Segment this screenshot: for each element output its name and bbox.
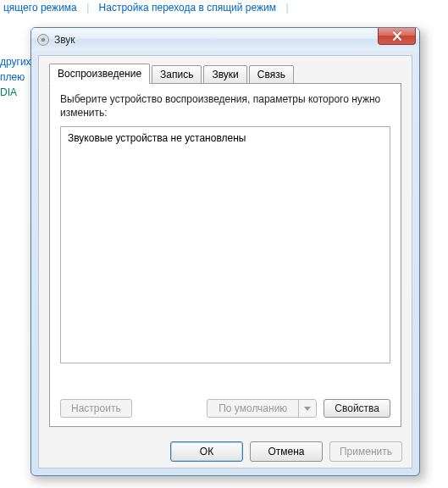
button-label: ОК [200, 446, 213, 458]
button-label: Применить [340, 446, 392, 458]
button-label: Настроить [71, 402, 121, 414]
tab-playback[interactable]: Воспроизведение [49, 64, 150, 84]
device-list[interactable]: Звуковые устройства не установлены [60, 126, 390, 363]
svg-point-1 [41, 38, 46, 42]
tab-panel-playback: Выберите устройство воспроизведения, пар… [49, 83, 401, 427]
background-green-text: DIA [0, 86, 17, 98]
ok-button[interactable]: ОК [170, 441, 243, 462]
tab-label: Звуки [212, 69, 238, 80]
tab-label: Связь [257, 69, 285, 80]
dialog-title: Звук [54, 34, 75, 46]
close-button[interactable] [378, 28, 416, 45]
set-default-split-button: По умолчанию [207, 399, 317, 418]
dialog-button-row: ОК Отмена Применить [170, 441, 402, 462]
tab-label: Запись [160, 69, 193, 80]
titlebar[interactable]: Звук [31, 28, 419, 52]
background-link-row: цящего режима | Настройка перехода в спя… [3, 2, 296, 14]
tab-sounds[interactable]: Звуки [203, 65, 246, 84]
cancel-button[interactable]: Отмена [250, 441, 323, 462]
background-left-links: других плею [0, 54, 31, 85]
tab-communications[interactable]: Связь [249, 65, 294, 84]
tab-strip: Воспроизведение Запись Звуки Связь [49, 65, 401, 84]
properties-button[interactable]: Свойства [324, 399, 390, 418]
configure-button: Настроить [60, 399, 132, 418]
bg-left-2[interactable]: плею [0, 69, 31, 85]
tab-recording[interactable]: Запись [152, 65, 202, 84]
sound-dialog: Звук Воспроизведение Запись Звуки Связь … [30, 27, 420, 476]
device-list-empty-message: Звуковые устройства не установлены [68, 132, 246, 144]
button-label: Свойства [335, 402, 379, 414]
button-label: По умолчанию [207, 400, 299, 417]
instruction-text: Выберите устройство воспроизведения, пар… [60, 92, 390, 119]
sound-icon [36, 33, 50, 47]
separator: | [86, 2, 89, 14]
panel-button-row: Настроить По умолчанию Свойства [60, 399, 390, 418]
button-label: Отмена [268, 446, 304, 458]
bg-link-1[interactable]: цящего режима [3, 2, 77, 14]
tab-label: Воспроизведение [58, 68, 141, 80]
separator: | [285, 2, 288, 14]
close-icon [392, 31, 402, 41]
apply-button: Применить [329, 441, 402, 462]
chevron-down-icon [299, 400, 316, 417]
bg-link-2[interactable]: Настройка перехода в спящий режим [99, 2, 276, 14]
bg-left-1[interactable]: других [0, 54, 31, 69]
dialog-client-area: Воспроизведение Запись Звуки Связь Выбер… [38, 55, 412, 469]
